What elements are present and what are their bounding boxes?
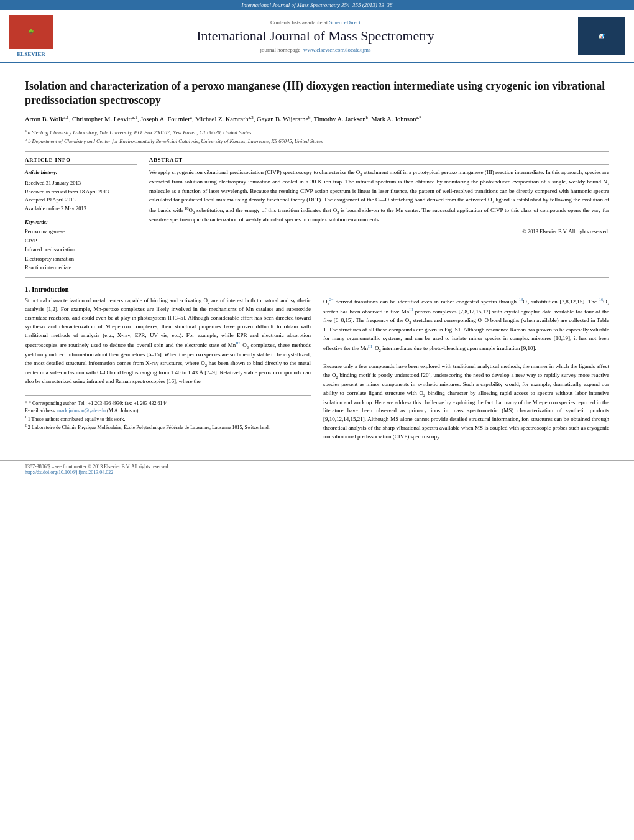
footnote-corresponding-text: * Corresponding author. Tel.: +1 203 436…	[29, 400, 168, 406]
article-title: Isolation and characterization of a pero…	[25, 79, 609, 108]
keywords-list: Peroxo manganese CIVP Infrared predissoc…	[25, 227, 137, 272]
footnote-2-text: 2 Laboratoire de Chimie Physique Molécul…	[28, 425, 270, 430]
elsevier-label: ELSEVIER	[17, 51, 45, 57]
article-info-header: ARTICLE INFO	[25, 157, 137, 165]
divider-1	[25, 151, 609, 152]
issn-line: 1387-3806/$ – see front matter © 2013 El…	[25, 464, 609, 469]
elsevier-logo-image: 🌳	[9, 15, 53, 49]
journal-citation: International Journal of Mass Spectromet…	[242, 2, 393, 8]
footnote-2: 2 2 Laboratoire de Chimie Physique Moléc…	[25, 423, 311, 432]
keyword-1: Peroxo manganese	[25, 227, 137, 236]
article-info-col: ARTICLE INFO Article history: Received 3…	[25, 157, 137, 272]
affil-b-text: b Department of Chemistry and Center for…	[28, 138, 323, 144]
footnotes: * * Corresponding author. Tel.: +1 203 4…	[25, 395, 311, 432]
intro-left-text: Structural characterization of metal cen…	[25, 297, 311, 386]
accepted-date: Accepted 19 April 2013	[25, 196, 75, 203]
doi-link[interactable]: http://dx.doi.org/10.1016/j.ijms.2013.04…	[25, 469, 113, 475]
contents-label: Contents lists available at	[270, 19, 329, 25]
elsevier-tree-icon: 🌳	[28, 29, 34, 35]
footnote-1-sup: 1	[25, 415, 27, 419]
intro-section-title: 1. Introduction	[25, 285, 609, 293]
journal-logo-right: 📊	[575, 15, 628, 57]
footnote-1: 1 1 These authors contributed equally to…	[25, 415, 311, 423]
history-label: Article history:	[25, 168, 137, 177]
footnote-email: E-mail address: mark.johnson@yale.edu (M…	[25, 407, 311, 415]
contents-line: Contents lists available at ScienceDirec…	[62, 19, 569, 25]
affil-a: a a Sterling Chemistry Laboratory, Yale …	[25, 128, 609, 137]
keywords-label: Keywords:	[25, 219, 137, 225]
affil-a-text: a Sterling Chemistry Laboratory, Yale Un…	[28, 129, 251, 136]
footnote-1-text: 1 These authors contributed equally to t…	[28, 416, 126, 422]
copyright: © 2013 Elsevier B.V. All rights reserved…	[149, 228, 609, 234]
affiliations: a a Sterling Chemistry Laboratory, Yale …	[25, 128, 609, 145]
sciencedirect-link[interactable]: ScienceDirect	[329, 19, 361, 25]
intro-right-col: O22−-derived transitions can be identifi…	[323, 297, 609, 442]
keyword-3: Infrared predissociation	[25, 245, 137, 254]
elsevier-logo-section: 🌳 ELSEVIER	[6, 15, 56, 57]
email-label: E-mail address:	[25, 408, 57, 413]
keyword-2: CIVP	[25, 236, 137, 245]
footnote-2-sup: 2	[25, 423, 27, 427]
homepage-label: journal homepage:	[260, 47, 303, 53]
article-history: Article history: Received 31 January 201…	[25, 168, 137, 213]
intro-right-text: O22−-derived transitions can be identifi…	[323, 297, 609, 442]
bottom-bar: 1387-3806/$ – see front matter © 2013 El…	[0, 460, 634, 478]
author-list: Arron B. Wolka,1, Christopher M. Leavitt…	[25, 116, 421, 122]
footnote-corresponding: * * Corresponding author. Tel.: +1 203 4…	[25, 400, 311, 407]
affil-b: b b Department of Chemistry and Center f…	[25, 137, 609, 145]
abstract-text: We apply cryogenic ion vibrational predi…	[149, 168, 609, 224]
abstract-col: ABSTRACT We apply cryogenic ion vibratio…	[149, 157, 609, 272]
keyword-5: Reaction intermediate	[25, 263, 137, 272]
revised-date: Received in revised form 18 April 2013	[25, 188, 109, 195]
journal-logo-icon: 📊	[599, 34, 604, 39]
intro-two-col: Structural characterization of metal cen…	[25, 297, 609, 442]
footnote-star: *	[25, 400, 27, 406]
main-content: Isolation and characterization of a pero…	[0, 63, 634, 448]
journal-header: 🌳 ELSEVIER Contents lists available at S…	[0, 10, 634, 63]
journal-homepage: journal homepage: www.elsevier.com/locat…	[62, 47, 569, 53]
homepage-url[interactable]: www.elsevier.com/locate/ijms	[303, 47, 370, 53]
page: International Journal of Mass Spectromet…	[0, 0, 634, 840]
journal-logo-box: 📊	[578, 17, 625, 55]
body-content: 1. Introduction Structural characterizat…	[25, 285, 609, 442]
divider-2	[25, 277, 609, 278]
intro-left-col: Structural characterization of metal cen…	[25, 297, 311, 442]
keywords-section: Keywords: Peroxo manganese CIVP Infrared…	[25, 219, 137, 272]
email-suffix: (M.A. Johnson).	[107, 408, 139, 413]
journal-citation-bar: International Journal of Mass Spectromet…	[0, 0, 634, 10]
abstract-header: ABSTRACT	[149, 157, 609, 165]
journal-header-center: Contents lists available at ScienceDirec…	[62, 15, 569, 57]
keyword-4: Electrospray ionization	[25, 254, 137, 263]
journal-title: International Journal of Mass Spectromet…	[62, 28, 569, 44]
email-link[interactable]: mark.johnson@yale.edu	[57, 408, 106, 413]
available-date: Available online 2 May 2013	[25, 205, 86, 211]
article-info-abstract: ARTICLE INFO Article history: Received 3…	[25, 157, 609, 272]
doi-line: http://dx.doi.org/10.1016/j.ijms.2013.04…	[25, 469, 609, 475]
received-date: Received 31 January 2013	[25, 180, 81, 186]
authors: Arron B. Wolka,1, Christopher M. Leavitt…	[25, 114, 609, 124]
